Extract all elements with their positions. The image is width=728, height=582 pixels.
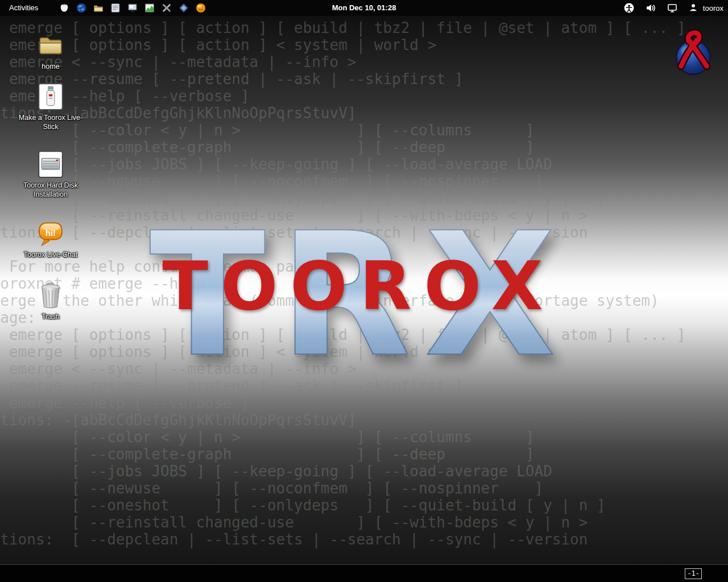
top-panel: Activities Mon Dec 10, 01:28 [0,0,728,16]
desktop-icon-label: Toorox Hard Disk Installation [15,181,86,199]
desktop-icon-label: Make a Toorox Live-Stick [15,113,86,132]
desktop-icon-live-stick[interactable]: Make a Toorox Live-Stick [15,82,86,132]
usb-stick-icon [36,82,65,111]
chat-bubble-icon: hi! [36,219,65,248]
desktop-icon-hdd-install[interactable]: Toorox Hard Disk Installation [15,150,86,199]
desktop[interactable]: emerge [ options ] [ action ] [ ebuild |… [0,16,728,564]
user-icon [688,2,700,14]
browser-globe-icon[interactable] [75,2,88,14]
desktop-icon-home[interactable]: home [15,31,86,71]
launcher-bar [58,2,207,14]
desktop-icon-label: home [42,62,59,71]
user-name-label: toorox [703,4,723,13]
activities-button[interactable]: Activities [6,0,42,16]
toorox-globe-logo [675,28,712,80]
tools-icon[interactable] [160,2,173,14]
workspace-indicator[interactable]: -1- [685,568,702,579]
desktop-icon-trash[interactable]: Trash [15,281,86,321]
home-folder-icon [36,31,65,60]
svg-text:hi!: hi! [46,228,56,238]
desktop-icon-label: Toorox Live-Chat [24,250,78,259]
volume-icon[interactable] [645,2,656,14]
center-logo: TRX TOOROX [0,16,717,564]
toorox-logo-text: TOOROX [0,252,717,319]
screenshot-monitor-icon[interactable] [126,2,139,14]
package-diamond-icon[interactable] [177,2,190,14]
desktop-icon-label: Trash [42,312,60,321]
chat-ball-icon[interactable] [195,2,207,14]
document-icon[interactable] [109,2,122,14]
trash-can-icon [36,281,65,310]
home-folder-icon[interactable] [92,2,105,14]
apple-icon[interactable] [58,2,71,14]
user-menu[interactable]: toorox [688,2,723,14]
hard-disk-icon [36,150,65,178]
bottom-panel: -1- [0,564,728,582]
display-icon[interactable] [667,2,678,14]
clock[interactable]: Mon Dec 10, 01:28 [332,0,396,16]
system-monitor-icon[interactable] [143,2,156,14]
status-area: toorox [623,0,723,16]
accessibility-icon[interactable] [623,2,635,14]
desktop-icon-live-chat[interactable]: hi! Toorox Live-Chat [15,219,86,259]
